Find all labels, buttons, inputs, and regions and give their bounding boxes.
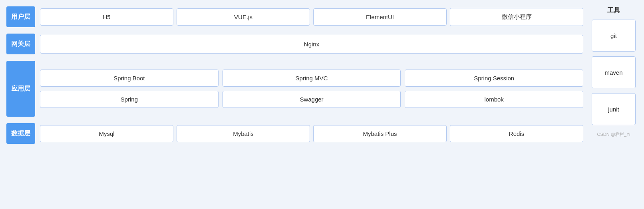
user-layer-row: 用户层 H5 VUE.js ElementUI 微信小程序 (6, 6, 583, 27)
gateway-layer-label: 网关层 (6, 34, 35, 54)
app-layer-label: 应用层 (6, 61, 35, 117)
box-mybatis-plus: Mybatis Plus (313, 125, 447, 142)
box-h5: H5 (40, 8, 173, 26)
box-redis: Redis (450, 125, 583, 142)
watermark: CSDN @栏栏_Yi (597, 131, 630, 137)
box-mysql: Mysql (40, 125, 173, 142)
gateway-layer-row: 网关层 Nginx (6, 34, 583, 54)
box-elementui: ElementUI (313, 8, 447, 26)
data-layer-content: Mysql Mybatis Mybatis Plus Redis (40, 125, 583, 142)
tool-junit: junit (592, 93, 636, 125)
box-spring: Spring (40, 91, 219, 108)
app-row-2: Spring Swagger lombok (40, 91, 583, 108)
box-spring-boot: Spring Boot (40, 70, 219, 87)
main-layout: 用户层 H5 VUE.js ElementUI 微信小程序 网关层 Nginx … (6, 6, 638, 144)
tool-git: git (592, 20, 636, 52)
gateway-layer-content: Nginx (40, 35, 583, 54)
box-vuejs: VUE.js (177, 8, 310, 26)
box-nginx: Nginx (40, 35, 583, 54)
box-swagger: Swagger (223, 91, 401, 108)
box-mybatis: Mybatis (177, 125, 310, 142)
left-content: 用户层 H5 VUE.js ElementUI 微信小程序 网关层 Nginx … (6, 6, 583, 144)
app-row-1: Spring Boot Spring MVC Spring Session (40, 70, 583, 87)
box-wechat: 微信小程序 (450, 8, 583, 26)
user-layer-content: H5 VUE.js ElementUI 微信小程序 (40, 8, 583, 26)
user-layer-label: 用户层 (6, 6, 35, 27)
data-layer-row: 数据层 Mysql Mybatis Mybatis Plus Redis (6, 123, 583, 144)
tools-title: 工具 (607, 6, 620, 15)
app-layer-content: Spring Boot Spring MVC Spring Session Sp… (40, 70, 583, 108)
tools-panel: 工具 git maven junit CSDN @栏栏_Yi (590, 6, 638, 137)
tool-maven: maven (592, 56, 636, 88)
data-layer-label: 数据层 (6, 123, 35, 144)
box-spring-session: Spring Session (405, 70, 583, 87)
box-lombok: lombok (405, 91, 583, 108)
app-layer-row: 应用层 Spring Boot Spring MVC Spring Sessio… (6, 61, 583, 117)
box-spring-mvc: Spring MVC (223, 70, 401, 87)
